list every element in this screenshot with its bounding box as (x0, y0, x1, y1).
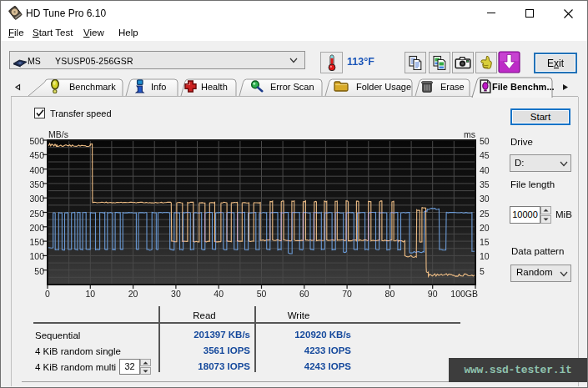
svg-text:20: 20 (480, 223, 490, 233)
svg-text:90: 90 (428, 289, 438, 299)
svg-text:80: 80 (385, 289, 395, 299)
svg-text:100GB: 100GB (450, 289, 478, 299)
svg-text:200: 200 (29, 223, 44, 233)
svg-text:60: 60 (299, 289, 309, 299)
svg-text:40: 40 (480, 165, 490, 175)
svg-text:70: 70 (342, 289, 352, 299)
svg-text:5: 5 (480, 266, 485, 276)
svg-text:35: 35 (480, 179, 490, 189)
svg-text:40: 40 (214, 289, 224, 299)
svg-text:150: 150 (29, 237, 44, 247)
svg-text:350: 350 (29, 179, 44, 189)
svg-text:400: 400 (29, 165, 44, 175)
svg-text:50: 50 (480, 136, 490, 146)
svg-text:30: 30 (171, 289, 181, 299)
svg-text:450: 450 (29, 150, 44, 160)
svg-text:10: 10 (85, 289, 95, 299)
svg-text:20: 20 (128, 289, 138, 299)
svg-text:ms: ms (464, 129, 475, 139)
svg-text:45: 45 (480, 150, 490, 160)
svg-text:300: 300 (29, 194, 44, 204)
svg-text:500: 500 (29, 136, 44, 146)
svg-text:100: 100 (29, 251, 44, 261)
svg-text:50: 50 (257, 289, 267, 299)
svg-text:10: 10 (480, 251, 490, 261)
svg-text:MB/s: MB/s (48, 129, 68, 139)
svg-text:15: 15 (480, 237, 490, 247)
svg-text:250: 250 (29, 209, 44, 219)
svg-text:25: 25 (480, 209, 490, 219)
svg-text:50: 50 (34, 266, 44, 276)
svg-text:0: 0 (45, 289, 50, 299)
svg-text:30: 30 (480, 194, 490, 204)
